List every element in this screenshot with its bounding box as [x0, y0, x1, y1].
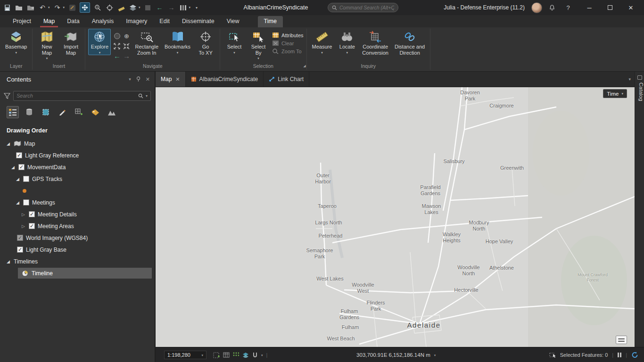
fixed-zoom-in-icon[interactable]: ⊕ — [124, 33, 129, 40]
map-time-button[interactable]: Time ▾ — [603, 89, 627, 98]
ribbon-tab[interactable]: Time — [258, 16, 283, 27]
ribbon-tab[interactable]: Edit — [153, 16, 176, 27]
map-overview-toggle[interactable] — [616, 336, 627, 344]
signed-in-user[interactable]: Julia - Defense Enterprise (11.2) — [444, 4, 525, 11]
tab-list-by-drawing-order[interactable] — [7, 106, 19, 118]
layer-snap-icon[interactable] — [242, 352, 249, 358]
layer-item-timelines[interactable]: ◢ Timelines — [0, 255, 152, 267]
edit-tool-icon[interactable] — [68, 3, 76, 12]
tab-list-by-editing[interactable] — [56, 106, 68, 118]
snap-points-icon[interactable] — [233, 352, 239, 358]
report-chevron-icon[interactable]: ▾ — [189, 6, 191, 9]
ribbon-tab[interactable]: Map — [37, 16, 61, 27]
ribbon-tab[interactable]: View — [221, 16, 246, 27]
report-columns-icon[interactable] — [179, 3, 188, 12]
locate-button[interactable]: Locate ▾ — [336, 29, 358, 55]
redo-icon[interactable]: ↷ — [53, 3, 62, 12]
bookmarks-button[interactable]: Bookmarks ▾ — [162, 29, 193, 55]
tab-list-by-labeling[interactable] — [89, 106, 101, 118]
checkbox-checked[interactable]: ✓ — [17, 247, 23, 253]
close-tab-icon[interactable]: ✕ — [175, 76, 180, 82]
command-search-input[interactable] — [339, 5, 394, 10]
maximize-button[interactable] — [600, 0, 620, 15]
ribbon-tab[interactable]: Disseminate — [176, 16, 221, 27]
checkbox-checked[interactable]: ✓ — [29, 211, 35, 217]
previous-extent-icon[interactable]: ← — [114, 52, 121, 60]
coordinate-readout[interactable]: 303,700.91E 6,152,186.14N m ▾ — [356, 347, 436, 362]
expander-collapsed-icon[interactable]: ▷ — [21, 224, 26, 229]
redo-chevron-icon[interactable]: ▾ — [63, 6, 65, 9]
help-icon[interactable]: ? — [564, 4, 572, 11]
basemap-button[interactable]: Basemap ▾ — [3, 29, 29, 55]
layer-item-movement-data[interactable]: ◢ ✓ MovementData — [0, 161, 152, 173]
checkbox-checked-dim[interactable]: ✓ — [17, 235, 23, 241]
zoom-in-tool-icon[interactable] — [93, 3, 102, 12]
add-folder-icon[interactable] — [26, 3, 35, 12]
zoom-out-extent-icon[interactable] — [114, 43, 120, 49]
view-tab-albania-crime-syndicate[interactable]: AlbaniaCrimeSyndicate — [186, 72, 264, 87]
measure-tool-icon[interactable] — [117, 3, 125, 12]
checkbox-unchecked[interactable] — [23, 199, 29, 206]
expander-icon[interactable]: ◢ — [6, 141, 11, 146]
measure-button[interactable]: Measure ▾ — [310, 29, 335, 55]
import-map-button[interactable]: Import Map — [59, 29, 82, 57]
attributes-button[interactable]: Attributes — [272, 32, 303, 38]
go-to-xy-target-icon[interactable] — [105, 3, 114, 12]
expander-icon[interactable]: ◢ — [15, 177, 20, 181]
pause-drawing-icon[interactable] — [618, 353, 621, 357]
undo-chevron-icon[interactable]: ▾ — [48, 6, 50, 9]
ribbon-tab[interactable]: Data — [61, 16, 85, 27]
close-button[interactable]: ✕ — [620, 0, 641, 15]
contents-search[interactable]: ▾ — [13, 91, 151, 101]
map-viewport[interactable]: Davoren ParkCraigmoreSalisburyGreenwithO… — [156, 87, 635, 347]
selection-grid-icon[interactable] — [213, 352, 220, 358]
chevron-down-icon[interactable]: ▾ — [261, 354, 263, 357]
filter-funnel-icon[interactable] — [4, 93, 10, 99]
layer-item-map[interactable]: ◢ Map — [0, 138, 152, 149]
refresh-icon[interactable] — [631, 352, 638, 358]
search-icon[interactable] — [138, 93, 143, 99]
explore-button[interactable]: Explore ▾ — [88, 29, 111, 55]
layers-icon[interactable] — [129, 3, 137, 12]
selected-features-count[interactable]: Selected Features: 0 — [560, 352, 608, 358]
ribbon-tab[interactable]: Imagery — [120, 16, 153, 27]
open-folder-icon[interactable] — [15, 3, 23, 12]
distance-direction-button[interactable]: Distance and Direction — [392, 29, 427, 57]
magnet-snapping-icon[interactable] — [252, 352, 258, 358]
expander-collapsed-icon[interactable]: ▷ — [21, 212, 26, 217]
layer-item-world-imagery[interactable]: ✓ World Imagery (WGS84) — [0, 232, 152, 244]
pin-icon[interactable] — [136, 76, 141, 82]
rectangle-zoom-in-button[interactable]: Rectangle Zoom In — [132, 29, 161, 57]
tab-list-by-snapping[interactable] — [73, 106, 85, 118]
map-scale-select[interactable]: 1:198,280 ▾ — [164, 351, 206, 359]
new-map-button[interactable]: New Map ▾ — [35, 29, 58, 61]
full-extent-icon[interactable] — [114, 33, 121, 40]
dialog-launcher-icon[interactable]: ◢ — [303, 64, 305, 68]
table-icon[interactable] — [223, 352, 230, 358]
checkbox-unchecked[interactable] — [23, 176, 29, 182]
checkbox-checked[interactable]: ✓ — [29, 223, 35, 229]
checkbox-checked[interactable]: ✓ — [16, 152, 22, 158]
layer-item-meetings[interactable]: ◢ Meetings — [0, 197, 152, 208]
customize-qat-chevron-icon[interactable]: ▾ — [196, 6, 198, 10]
layer-item-timeline[interactable]: Timeline — [18, 268, 152, 279]
tab-list-by-selection[interactable] — [40, 106, 52, 118]
view-tab-link-chart[interactable]: Link Chart — [264, 72, 309, 87]
layers-chevron-icon[interactable]: ▾ — [139, 6, 140, 9]
ribbon-tab[interactable]: Analysis — [86, 16, 120, 27]
expander-icon[interactable]: ◢ — [6, 259, 11, 264]
tab-list-chevron-icon[interactable]: ▾ — [628, 77, 635, 82]
command-search[interactable] — [328, 3, 398, 12]
go-to-xy-button[interactable]: Go To XY — [194, 29, 217, 57]
tab-list-by-data-source[interactable] — [23, 106, 35, 118]
catalog-pane-tab[interactable]: Catalog — [635, 72, 644, 347]
panel-menu-chevron-icon[interactable]: ▾ — [129, 77, 131, 82]
layer-item-light-gray-reference[interactable]: ✓ Light Gray Reference — [0, 149, 152, 161]
select-button[interactable]: Select ▾ — [223, 29, 246, 55]
layer-item-meeting-areas[interactable]: ▷ ✓ Meeting Areas — [0, 220, 152, 232]
layer-item-light-gray-base[interactable]: ✓ Light Gray Base — [0, 244, 152, 255]
coordinate-conversion-button[interactable]: Coordinate Conversion — [360, 29, 391, 57]
gps-tracks-symbol[interactable] — [0, 185, 152, 197]
select-by-button[interactable]: Select By ▾ — [247, 29, 270, 61]
avatar[interactable] — [531, 2, 542, 13]
